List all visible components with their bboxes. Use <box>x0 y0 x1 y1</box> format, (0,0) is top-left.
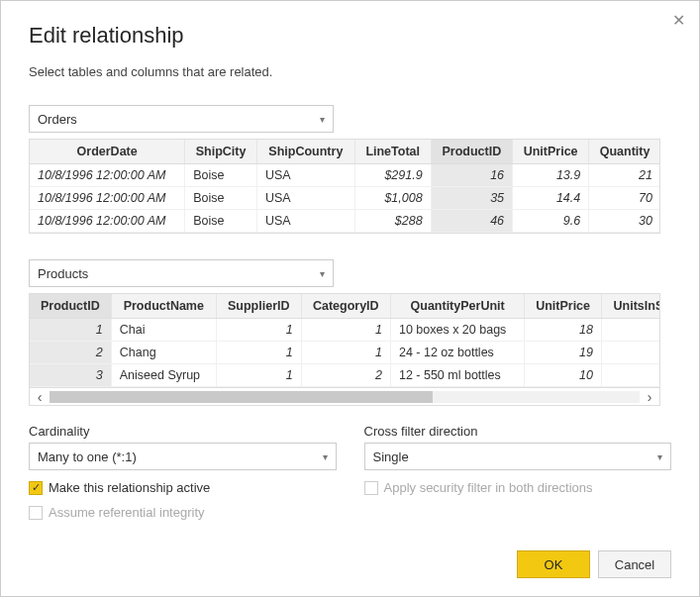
scroll-right-icon[interactable]: › <box>640 389 659 405</box>
table-cell[interactable]: 1 <box>301 319 390 342</box>
table-cell[interactable]: 46 <box>431 210 512 233</box>
table-cell[interactable]: 10/8/1996 12:00:00 AM <box>30 164 185 187</box>
dialog-subtitle: Select tables and columns that are relat… <box>29 64 671 79</box>
table-cell[interactable]: 30 <box>589 210 660 233</box>
chevron-down-icon: ▾ <box>323 451 328 462</box>
column-header[interactable]: SupplierID <box>216 294 301 319</box>
table-cell[interactable]: 1 <box>301 342 390 364</box>
column-header[interactable]: ShipCountry <box>256 140 354 164</box>
table-cell[interactable]: 1 <box>216 342 301 364</box>
table-cell[interactable]: 13.9 <box>513 164 589 187</box>
ok-button[interactable]: OK <box>517 550 590 578</box>
table-cell[interactable]: Aniseed Syrup <box>111 364 216 387</box>
table-row[interactable]: 10/8/1996 12:00:00 AMBoiseUSA$291.91613.… <box>30 164 660 187</box>
table-cell[interactable]: 12 - 550 ml bottles <box>390 364 524 387</box>
scroll-left-icon[interactable]: ‹ <box>30 389 50 405</box>
table1-select-value: Orders <box>38 112 77 127</box>
cardinality-label: Cardinality <box>29 424 337 439</box>
table-row[interactable]: 2Chang1124 - 12 oz bottles1917 <box>30 342 660 364</box>
table-cell[interactable]: 70 <box>589 187 660 210</box>
table-cell[interactable]: USA <box>256 187 354 210</box>
column-header[interactable]: ShipCity <box>185 140 257 164</box>
crossfilter-select[interactable]: Single ▾ <box>364 443 672 470</box>
table-cell[interactable]: 39 <box>601 319 660 342</box>
table-cell[interactable]: 14.4 <box>513 187 589 210</box>
table-cell[interactable]: 10 boxes x 20 bags <box>390 319 524 342</box>
column-header[interactable]: CategoryID <box>301 294 390 319</box>
security-checkbox-label: Apply security filter in both directions <box>384 480 593 495</box>
table-cell[interactable]: 1 <box>216 319 301 342</box>
chevron-down-icon: ▾ <box>320 268 325 279</box>
table-cell[interactable]: 1 <box>30 319 111 342</box>
table-cell[interactable]: 24 - 12 oz bottles <box>390 342 524 364</box>
column-header[interactable]: Quantity <box>589 140 660 164</box>
horizontal-scrollbar[interactable]: ‹ › <box>29 388 660 406</box>
table-cell[interactable]: 3 <box>30 364 111 387</box>
scroll-track[interactable] <box>50 391 640 403</box>
crossfilter-value: Single <box>373 449 409 464</box>
table-cell[interactable]: 18 <box>525 319 602 342</box>
table1-select[interactable]: Orders ▾ <box>29 105 334 133</box>
table-row[interactable]: 10/8/1996 12:00:00 AMBoiseUSA$1,0083514.… <box>30 187 660 210</box>
table-cell[interactable]: USA <box>256 164 354 187</box>
column-header[interactable]: UnitsInStock <box>601 294 660 319</box>
table-cell[interactable]: 35 <box>431 187 512 210</box>
active-checkbox[interactable]: ✓ <box>29 481 43 495</box>
column-header[interactable]: ProductName <box>111 294 216 319</box>
table-cell[interactable]: 19 <box>525 342 602 364</box>
table-cell[interactable]: Boise <box>185 210 257 233</box>
table-row[interactable]: 10/8/1996 12:00:00 AMBoiseUSA$288469.630 <box>30 210 660 233</box>
column-header[interactable]: LineTotal <box>354 140 431 164</box>
cardinality-value: Many to one (*:1) <box>38 449 137 464</box>
column-header[interactable]: ProductID <box>30 294 111 319</box>
table-cell[interactable]: USA <box>256 210 354 233</box>
table2-grid[interactable]: ProductIDProductNameSupplierIDCategoryID… <box>29 293 660 388</box>
table-row[interactable]: 1Chai1110 boxes x 20 bags1839 <box>30 319 660 342</box>
table-cell[interactable]: 10 <box>525 364 602 387</box>
close-icon[interactable]: ✕ <box>672 11 685 30</box>
table-cell[interactable]: 10/8/1996 12:00:00 AM <box>30 187 185 210</box>
cancel-button[interactable]: Cancel <box>598 550 671 578</box>
table-row[interactable]: 3Aniseed Syrup1212 - 550 ml bottles1013 <box>30 364 660 387</box>
column-header[interactable]: OrderDate <box>30 140 185 164</box>
table-cell[interactable]: Chai <box>111 319 216 342</box>
table-cell[interactable]: 10/8/1996 12:00:00 AM <box>30 210 185 233</box>
cardinality-select[interactable]: Many to one (*:1) ▾ <box>29 443 337 470</box>
column-header[interactable]: UnitPrice <box>525 294 602 319</box>
table-cell[interactable]: 2 <box>30 342 111 364</box>
table2-select[interactable]: Products ▾ <box>29 259 334 287</box>
table-cell[interactable]: $288 <box>354 210 431 233</box>
edit-relationship-dialog: ✕ Edit relationship Select tables and co… <box>0 0 700 597</box>
table-cell[interactable]: 1 <box>216 364 301 387</box>
column-header[interactable]: QuantityPerUnit <box>390 294 524 319</box>
table-cell[interactable]: 2 <box>301 364 390 387</box>
table2-select-value: Products <box>38 266 88 281</box>
integrity-checkbox <box>29 506 43 520</box>
table-cell[interactable]: 9.6 <box>513 210 589 233</box>
column-header[interactable]: ProductID <box>431 140 512 164</box>
table-cell[interactable]: Boise <box>185 164 257 187</box>
table-cell[interactable]: $1,008 <box>354 187 431 210</box>
active-checkbox-label: Make this relationship active <box>49 480 210 495</box>
table-cell[interactable]: 17 <box>601 342 660 364</box>
column-header[interactable]: UnitPrice <box>513 140 589 164</box>
table-cell[interactable]: Boise <box>185 187 257 210</box>
chevron-down-icon: ▾ <box>657 451 662 462</box>
table-cell[interactable]: Chang <box>111 342 216 364</box>
table-cell[interactable]: 13 <box>601 364 660 387</box>
crossfilter-label: Cross filter direction <box>364 424 672 439</box>
table-cell[interactable]: $291.9 <box>354 164 431 187</box>
security-checkbox <box>364 481 378 495</box>
dialog-title: Edit relationship <box>29 23 671 49</box>
scroll-thumb[interactable] <box>50 391 433 403</box>
table-cell[interactable]: 21 <box>589 164 660 187</box>
integrity-checkbox-label: Assume referential integrity <box>49 505 205 520</box>
chevron-down-icon: ▾ <box>320 114 325 125</box>
table-cell[interactable]: 16 <box>431 164 512 187</box>
table1-grid[interactable]: OrderDateShipCityShipCountryLineTotalPro… <box>29 139 660 234</box>
